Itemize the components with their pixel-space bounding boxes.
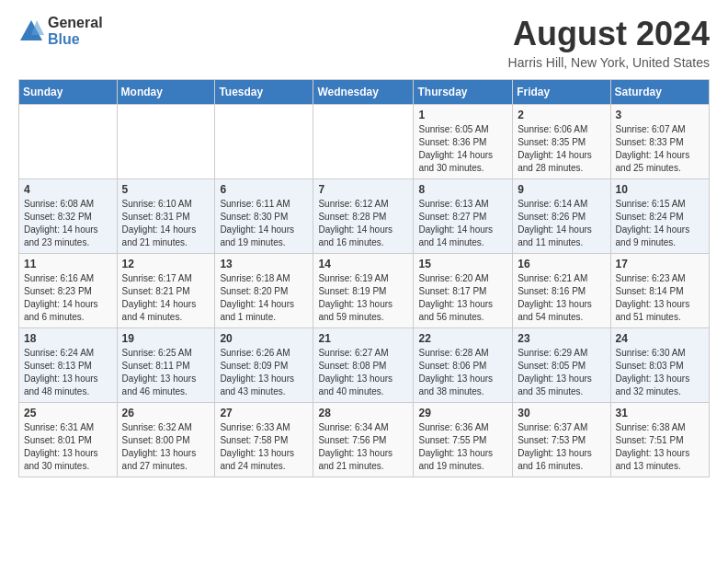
calendar-cell: 12Sunrise: 6:17 AMSunset: 8:21 PMDayligh… [117,254,215,328]
calendar-cell: 23Sunrise: 6:29 AMSunset: 8:05 PMDayligh… [513,328,610,403]
day-info: Sunrise: 6:21 AMSunset: 8:16 PMDaylight:… [518,272,605,324]
calendar-cell: 3Sunrise: 6:07 AMSunset: 8:33 PMDaylight… [610,105,709,179]
calendar-cell: 16Sunrise: 6:21 AMSunset: 8:16 PMDayligh… [513,254,610,328]
day-number: 16 [518,258,605,270]
calendar-cell: 2Sunrise: 6:06 AMSunset: 8:35 PMDaylight… [513,105,610,179]
day-info: Sunrise: 6:08 AMSunset: 8:32 PMDaylight:… [24,198,112,249]
calendar-cell [215,105,313,179]
calendar-table: SundayMondayTuesdayWednesdayThursdayFrid… [18,79,710,477]
day-number: 31 [616,407,704,419]
week-row-3: 11Sunrise: 6:16 AMSunset: 8:23 PMDayligh… [19,254,710,328]
day-number: 24 [616,332,704,345]
day-info: Sunrise: 6:32 AMSunset: 8:00 PMDaylight:… [122,421,210,473]
day-number: 17 [616,258,704,270]
day-info: Sunrise: 6:19 AMSunset: 8:19 PMDaylight:… [318,272,408,324]
calendar-cell: 30Sunrise: 6:37 AMSunset: 7:53 PMDayligh… [513,403,610,477]
logo: General Blue [18,15,103,47]
calendar-cell [19,105,118,179]
calendar-cell: 9Sunrise: 6:14 AMSunset: 8:26 PMDaylight… [513,179,610,254]
calendar-header: SundayMondayTuesdayWednesdayThursdayFrid… [19,80,710,105]
day-number: 3 [616,109,704,121]
day-number: 10 [616,183,704,196]
day-number: 15 [418,258,507,270]
day-info: Sunrise: 6:25 AMSunset: 8:11 PMDaylight:… [122,347,210,398]
day-info: Sunrise: 6:33 AMSunset: 7:58 PMDaylight:… [220,421,308,473]
day-number: 20 [220,332,308,345]
day-info: Sunrise: 6:17 AMSunset: 8:21 PMDaylight:… [122,272,210,324]
day-number: 4 [24,183,112,196]
header-day-saturday: Saturday [610,80,709,105]
calendar-cell: 21Sunrise: 6:27 AMSunset: 8:08 PMDayligh… [313,328,414,403]
day-info: Sunrise: 6:26 AMSunset: 8:09 PMDaylight:… [220,347,308,398]
day-number: 28 [318,407,408,419]
calendar-cell: 18Sunrise: 6:24 AMSunset: 8:13 PMDayligh… [19,328,118,403]
day-number: 1 [418,109,507,121]
calendar-cell [313,105,414,179]
day-number: 21 [318,332,408,345]
day-number: 7 [318,183,408,196]
calendar-cell: 20Sunrise: 6:26 AMSunset: 8:09 PMDayligh… [215,328,313,403]
day-info: Sunrise: 6:24 AMSunset: 8:13 PMDaylight:… [24,347,112,398]
day-info: Sunrise: 6:14 AMSunset: 8:26 PMDaylight:… [518,198,605,249]
header-day-thursday: Thursday [414,80,513,105]
day-info: Sunrise: 6:23 AMSunset: 8:14 PMDaylight:… [616,272,704,324]
calendar-cell: 24Sunrise: 6:30 AMSunset: 8:03 PMDayligh… [610,328,709,403]
day-info: Sunrise: 6:06 AMSunset: 8:35 PMDaylight:… [518,123,605,175]
header-day-tuesday: Tuesday [215,80,313,105]
week-row-2: 4Sunrise: 6:08 AMSunset: 8:32 PMDaylight… [19,179,710,254]
header-day-wednesday: Wednesday [313,80,414,105]
title-area: August 2024 Harris Hill, New York, Unite… [508,15,710,70]
day-info: Sunrise: 6:36 AMSunset: 7:55 PMDaylight:… [418,421,507,473]
week-row-4: 18Sunrise: 6:24 AMSunset: 8:13 PMDayligh… [19,328,710,403]
day-info: Sunrise: 6:12 AMSunset: 8:28 PMDaylight:… [318,198,408,249]
day-info: Sunrise: 6:11 AMSunset: 8:30 PMDaylight:… [220,198,308,249]
calendar-cell: 13Sunrise: 6:18 AMSunset: 8:20 PMDayligh… [215,254,313,328]
day-number: 25 [24,407,112,419]
day-number: 12 [122,258,210,270]
calendar-cell: 17Sunrise: 6:23 AMSunset: 8:14 PMDayligh… [610,254,709,328]
logo-icon [18,18,44,44]
header-day-monday: Monday [117,80,215,105]
day-info: Sunrise: 6:07 AMSunset: 8:33 PMDaylight:… [616,123,704,175]
day-number: 8 [418,183,507,196]
day-number: 19 [122,332,210,345]
day-info: Sunrise: 6:15 AMSunset: 8:24 PMDaylight:… [616,198,704,249]
logo-blue-text: Blue [48,31,103,48]
day-info: Sunrise: 6:27 AMSunset: 8:08 PMDaylight:… [318,347,408,398]
calendar-cell: 26Sunrise: 6:32 AMSunset: 8:00 PMDayligh… [117,403,215,477]
header-day-sunday: Sunday [19,80,118,105]
day-number: 11 [24,258,112,270]
calendar-cell: 25Sunrise: 6:31 AMSunset: 8:01 PMDayligh… [19,403,118,477]
calendar-subtitle: Harris Hill, New York, United States [508,55,710,70]
day-info: Sunrise: 6:30 AMSunset: 8:03 PMDaylight:… [616,347,704,398]
day-info: Sunrise: 6:10 AMSunset: 8:31 PMDaylight:… [122,198,210,249]
calendar-cell: 7Sunrise: 6:12 AMSunset: 8:28 PMDaylight… [313,179,414,254]
day-info: Sunrise: 6:20 AMSunset: 8:17 PMDaylight:… [418,272,507,324]
day-number: 22 [418,332,507,345]
calendar-cell: 8Sunrise: 6:13 AMSunset: 8:27 PMDaylight… [414,179,513,254]
calendar-cell: 14Sunrise: 6:19 AMSunset: 8:19 PMDayligh… [313,254,414,328]
calendar-cell: 1Sunrise: 6:05 AMSunset: 8:36 PMDaylight… [414,105,513,179]
day-info: Sunrise: 6:31 AMSunset: 8:01 PMDaylight:… [24,421,112,473]
logo-general-text: General [48,15,103,31]
day-number: 14 [318,258,408,270]
day-info: Sunrise: 6:05 AMSunset: 8:36 PMDaylight:… [418,123,507,175]
day-number: 27 [220,407,308,419]
day-info: Sunrise: 6:29 AMSunset: 8:05 PMDaylight:… [518,347,605,398]
day-number: 23 [518,332,605,345]
calendar-cell: 31Sunrise: 6:38 AMSunset: 7:51 PMDayligh… [610,403,709,477]
calendar-cell: 19Sunrise: 6:25 AMSunset: 8:11 PMDayligh… [117,328,215,403]
calendar-cell: 4Sunrise: 6:08 AMSunset: 8:32 PMDaylight… [19,179,118,254]
calendar-title: August 2024 [508,15,710,53]
calendar-cell: 5Sunrise: 6:10 AMSunset: 8:31 PMDaylight… [117,179,215,254]
calendar-cell: 27Sunrise: 6:33 AMSunset: 7:58 PMDayligh… [215,403,313,477]
week-row-1: 1Sunrise: 6:05 AMSunset: 8:36 PMDaylight… [19,105,710,179]
page-header: General Blue August 2024 Harris Hill, Ne… [18,15,710,70]
week-row-5: 25Sunrise: 6:31 AMSunset: 8:01 PMDayligh… [19,403,710,477]
calendar-cell: 28Sunrise: 6:34 AMSunset: 7:56 PMDayligh… [313,403,414,477]
day-number: 2 [518,109,605,121]
day-info: Sunrise: 6:28 AMSunset: 8:06 PMDaylight:… [418,347,507,398]
day-number: 9 [518,183,605,196]
day-number: 6 [220,183,308,196]
calendar-body: 1Sunrise: 6:05 AMSunset: 8:36 PMDaylight… [19,105,710,477]
